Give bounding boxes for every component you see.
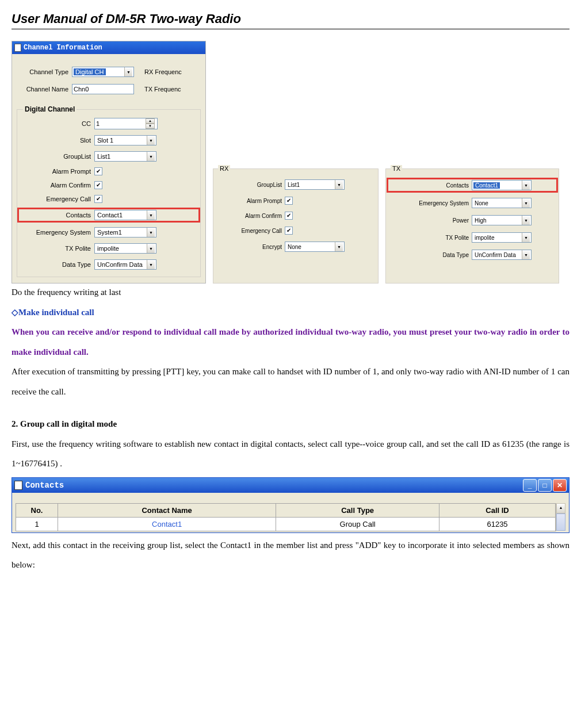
emergency-call-label: Emergency Call bbox=[18, 196, 94, 202]
preset-note: When you can receive and/or respond to i… bbox=[12, 322, 569, 362]
tx-power-label: Power bbox=[388, 217, 472, 224]
alarm-confirm-checkbox[interactable]: ✔ bbox=[94, 181, 102, 189]
col-contact-name: Contact Name bbox=[58, 503, 276, 517]
slot-select[interactable]: Slot 1▼ bbox=[94, 135, 156, 145]
data-type-label: Data Type bbox=[18, 261, 94, 268]
body-line: Do the frequency writing at last bbox=[12, 282, 569, 302]
scroll-up-icon[interactable]: ▴ bbox=[556, 503, 565, 514]
tx-legend: TX bbox=[391, 165, 402, 172]
chevron-down-icon: ▼ bbox=[147, 244, 155, 253]
tx-data-type-label: Data Type bbox=[388, 252, 472, 258]
contacts-row-highlight: Contacts Contact1▼ bbox=[18, 209, 199, 221]
rx-freq-label: RX Frequenc bbox=[144, 68, 182, 75]
tx-emergency-system-label: Emergency System bbox=[388, 200, 472, 206]
chevron-down-icon: ▼ bbox=[147, 152, 155, 161]
tx-polite-select[interactable]: impolite▼ bbox=[94, 243, 156, 254]
chevron-down-icon: ▼ bbox=[335, 180, 343, 189]
data-type-select[interactable]: UnConfirm Data▼ bbox=[94, 259, 156, 270]
alarm-prompt-label: Alarm Prompt bbox=[18, 168, 94, 175]
channel-type-label: Channel Type bbox=[16, 68, 72, 75]
tx-freq-label: TX Frequenc bbox=[144, 86, 181, 93]
rx-grouplist-label: GroupList bbox=[216, 182, 285, 188]
contacts-label: Contacts bbox=[18, 212, 94, 219]
contacts-select[interactable]: Contact1▼ bbox=[94, 210, 156, 220]
channel-name-input[interactable]: Chn0 bbox=[72, 84, 134, 94]
body-para: After execution of transmitting by press… bbox=[12, 362, 569, 401]
tx-data-type-select[interactable]: UnConfirm Data▼ bbox=[472, 250, 532, 260]
cell-contact-name: Contact1 bbox=[58, 517, 276, 531]
cc-label: CC bbox=[18, 120, 94, 127]
body-para: Next, add this contact in the receiving … bbox=[12, 535, 569, 575]
fieldset-legend: Digital Channel bbox=[23, 105, 77, 113]
make-individual-call-heading: ◇Make individual call bbox=[12, 302, 569, 323]
rx-groupbox: RX GroupList List1▼ Alarm Prompt ✔ Alarm… bbox=[213, 168, 379, 283]
cell-call-type: Group Call bbox=[276, 517, 439, 531]
tx-contacts-select[interactable]: Contact1▼ bbox=[472, 180, 532, 190]
tx-polite-select2[interactable]: impolite▼ bbox=[472, 232, 532, 243]
tx-groupbox: TX Contacts Contact1▼ Emergency System N… bbox=[385, 168, 559, 283]
chevron-down-icon: ▼ bbox=[147, 260, 155, 269]
channel-type-select[interactable]: Digital CH▼ bbox=[72, 67, 134, 77]
table-row[interactable]: 1 Contact1 Group Call 61235 bbox=[16, 517, 556, 531]
chevron-down-icon: ▼ bbox=[522, 216, 530, 225]
app-icon bbox=[14, 44, 21, 52]
minimize-button[interactable]: _ bbox=[523, 479, 537, 492]
tx-polite-label: TX Polite bbox=[18, 245, 94, 252]
slot-label: Slot bbox=[18, 137, 94, 144]
cell-call-id: 61235 bbox=[439, 517, 556, 531]
tx-contacts-row-highlight: Contacts Contact1▼ bbox=[388, 179, 556, 191]
chevron-down-icon: ▼ bbox=[335, 242, 343, 251]
chevron-down-icon: ▼ bbox=[522, 233, 530, 242]
cell-no: 1 bbox=[16, 517, 58, 531]
chevron-down-icon: ▼ bbox=[147, 210, 155, 220]
grouplist-label: GroupList bbox=[18, 153, 94, 160]
contacts-titlebar: Contacts _ □ ✕ bbox=[12, 478, 569, 493]
rx-alarm-confirm-label: Alarm Confirm bbox=[216, 213, 285, 219]
chevron-down-icon: ▼ bbox=[147, 136, 155, 145]
chevron-down-icon: ▼ bbox=[522, 198, 530, 208]
digital-channel-fieldset: Digital Channel CC ▲▼ Slot Slot 1▼ Group… bbox=[17, 109, 201, 277]
doc-title: User Manual of DM-5R Two-way Radio bbox=[12, 12, 569, 29]
chevron-down-icon: ▼ bbox=[147, 228, 155, 237]
emergency-system-select[interactable]: System1▼ bbox=[94, 227, 156, 237]
grouplist-select[interactable]: List1▼ bbox=[94, 151, 156, 162]
table-header-row: No. Contact Name Call Type Call ID bbox=[16, 503, 556, 517]
tx-power-select[interactable]: High▼ bbox=[472, 215, 532, 225]
rx-legend: RX bbox=[218, 165, 230, 172]
scroll-thumb[interactable] bbox=[556, 514, 565, 531]
rx-alarm-prompt-checkbox[interactable]: ✔ bbox=[285, 197, 293, 205]
rx-alarm-confirm-checkbox[interactable]: ✔ bbox=[285, 212, 293, 220]
rx-emergency-call-checkbox[interactable]: ✔ bbox=[285, 227, 293, 235]
rx-emergency-call-label: Emergency Call bbox=[216, 228, 285, 234]
scrollbar[interactable]: ▴ bbox=[556, 503, 565, 531]
cc-spinner[interactable]: ▲▼ bbox=[94, 118, 158, 129]
chevron-down-icon: ▼ bbox=[522, 181, 530, 190]
spin-up-icon[interactable]: ▲ bbox=[146, 118, 155, 124]
channel-name-label: Channel Name bbox=[16, 86, 72, 93]
spin-down-icon[interactable]: ▼ bbox=[146, 124, 155, 129]
rx-encrypt-select[interactable]: None▼ bbox=[285, 242, 345, 252]
contacts-table: No. Contact Name Call Type Call ID 1 Con… bbox=[16, 503, 556, 531]
rx-alarm-prompt-label: Alarm Prompt bbox=[216, 198, 285, 204]
tx-contacts-label: Contacts bbox=[388, 182, 472, 189]
window-title: Channel Information bbox=[24, 44, 102, 52]
body-para: First, use the frequency writing softwar… bbox=[12, 434, 569, 474]
col-call-type: Call Type bbox=[276, 503, 439, 517]
col-no: No. bbox=[16, 503, 58, 517]
emergency-call-checkbox[interactable]: ✔ bbox=[94, 195, 102, 203]
rx-grouplist-select[interactable]: List1▼ bbox=[285, 179, 345, 190]
alarm-confirm-label: Alarm Confirm bbox=[18, 182, 94, 189]
close-button[interactable]: ✕ bbox=[553, 479, 567, 492]
tx-emergency-system-select[interactable]: None▼ bbox=[472, 198, 532, 208]
chevron-down-icon: ▼ bbox=[124, 67, 132, 76]
app-icon bbox=[14, 481, 22, 490]
col-call-id: Call ID bbox=[439, 503, 556, 517]
contacts-window: Contacts _ □ ✕ No. Contact Name Call Typ… bbox=[12, 477, 569, 533]
maximize-button[interactable]: □ bbox=[538, 479, 552, 492]
alarm-prompt-checkbox[interactable]: ✔ bbox=[94, 167, 102, 175]
rx-encrypt-label: Encrypt bbox=[216, 244, 285, 250]
emergency-system-label: Emergency System bbox=[18, 229, 94, 236]
window-titlebar: Channel Information bbox=[12, 41, 205, 54]
tx-polite-label2: TX Polite bbox=[388, 235, 472, 241]
channel-info-window: Channel Information Channel Type Digital… bbox=[12, 41, 206, 283]
